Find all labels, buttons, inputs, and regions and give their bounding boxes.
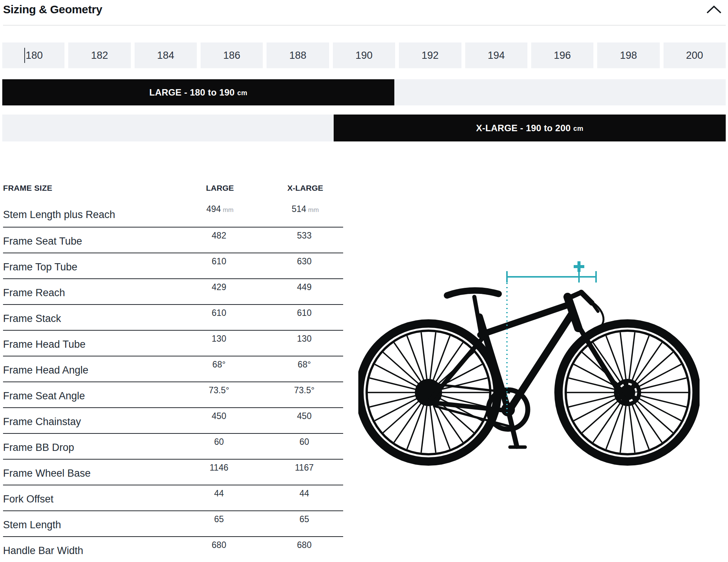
- row-value-xlarge: 60: [267, 434, 343, 459]
- row-value-large: 494mm: [173, 201, 267, 227]
- row-value-xlarge: 630: [267, 253, 343, 278]
- row-value-large: 1146: [173, 460, 267, 485]
- row-value-large: 68°: [173, 356, 267, 381]
- row-value-xlarge: 449: [267, 279, 343, 304]
- collapse-section-button[interactable]: [705, 4, 723, 16]
- row-label: Frame Stack: [3, 305, 173, 330]
- ruler-cell-196[interactable]: 196: [531, 42, 593, 68]
- row-label: Handle Bar Width: [3, 537, 173, 562]
- table-row: Frame Wheel Base 1146 1167: [3, 459, 343, 485]
- column-header-xlarge: X-LARGE: [267, 181, 343, 201]
- row-label: Frame Head Tube: [3, 331, 173, 356]
- row-value-xlarge: 533: [267, 228, 343, 253]
- ruler-cell-200[interactable]: 200: [664, 42, 726, 68]
- table-row: Frame Stack 610 610: [3, 304, 343, 330]
- ruler-cell-184[interactable]: 184: [135, 42, 197, 68]
- row-value-xlarge: 44: [267, 485, 343, 510]
- row-value-xlarge: 130: [267, 331, 343, 356]
- table-row: Handle Bar Width 680 680: [3, 536, 343, 562]
- row-value-large: 429: [173, 279, 267, 304]
- sizing-geometry-section: Sizing & Geometry 1801821841861881901921…: [0, 0, 728, 562]
- ruler-cell-192[interactable]: 192: [399, 42, 461, 68]
- ruler-cell-188[interactable]: 188: [267, 42, 329, 68]
- size-bar-large-label: LARGE - 180 to 190: [149, 87, 235, 98]
- row-value-large: 130: [173, 331, 267, 356]
- table-row: Frame Chainstay 450 450: [3, 407, 343, 433]
- row-value-xlarge: 514mm: [267, 201, 343, 227]
- height-ruler: 180182184186188190192194196198200: [2, 42, 726, 68]
- table-row: Stem Length plus Reach 494mm 514mm: [3, 201, 343, 227]
- row-value-xlarge: 610: [267, 305, 343, 330]
- size-bar-large-unit: cm: [237, 88, 247, 97]
- row-label: Frame Seat Tube: [3, 228, 173, 253]
- row-value-xlarge: 73.5°: [267, 382, 343, 407]
- table-row: Fork Offset 44 44: [3, 485, 343, 510]
- row-label: Frame Reach: [3, 279, 173, 304]
- table-row: Frame Seat Tube 482 533: [3, 227, 343, 253]
- geometry-table-header: FRAME SIZE LARGE X-LARGE: [3, 181, 343, 201]
- chevron-up-icon: [705, 4, 723, 16]
- ruler-cell-190[interactable]: 190: [333, 42, 395, 68]
- table-row: Frame Top Tube 610 630: [3, 253, 343, 278]
- row-value-xlarge: 450: [267, 408, 343, 433]
- page-title: Sizing & Geometry: [3, 3, 102, 16]
- size-bar-track-xlarge: X-LARGE - 190 to 200 cm: [2, 115, 726, 141]
- row-value-xlarge: 1167: [267, 460, 343, 485]
- table-row: Stem Length 65 65: [3, 510, 343, 536]
- table-row: Frame Head Angle 68° 68°: [3, 356, 343, 381]
- row-value-xlarge: 65: [267, 511, 343, 536]
- row-label: Frame Wheel Base: [3, 460, 173, 485]
- ruler-cell-180[interactable]: 180: [2, 42, 64, 68]
- ruler-cell-182[interactable]: 182: [68, 42, 130, 68]
- size-bar-track-large: LARGE - 180 to 190 cm: [2, 79, 726, 105]
- size-bar-xlarge[interactable]: X-LARGE - 190 to 200 cm: [334, 115, 726, 141]
- ruler-cell-194[interactable]: 194: [465, 42, 527, 68]
- ruler-cell-198[interactable]: 198: [597, 42, 659, 68]
- table-row: Frame BB Drop 60 60: [3, 433, 343, 459]
- row-label: Frame Head Angle: [3, 356, 173, 381]
- row-value-large: 60: [173, 434, 267, 459]
- row-label: Frame Seat Angle: [3, 382, 173, 407]
- text-caret: [24, 48, 25, 63]
- row-value-large: 610: [173, 253, 267, 278]
- table-row: Frame Head Tube 130 130: [3, 330, 343, 356]
- row-value-large: 610: [173, 305, 267, 330]
- column-header-large: LARGE: [173, 181, 267, 201]
- geometry-table-body: Stem Length plus Reach 494mm 514mm Frame…: [3, 201, 343, 562]
- bike-illustration: [358, 214, 700, 480]
- row-value-large: 482: [173, 228, 267, 253]
- table-row: Frame Seat Angle 73.5° 73.5°: [3, 381, 343, 407]
- row-value-large: 450: [173, 408, 267, 433]
- bike-diagram: [358, 214, 700, 480]
- row-label: Stem Length plus Reach: [3, 201, 173, 227]
- row-value-large: 65: [173, 511, 267, 536]
- row-label: Stem Length: [3, 511, 173, 536]
- row-label: Frame Chainstay: [3, 408, 173, 433]
- ruler-cell-186[interactable]: 186: [201, 42, 263, 68]
- table-row: Frame Reach 429 449: [3, 278, 343, 304]
- row-value-xlarge: 680: [267, 537, 343, 562]
- column-header-frame-size: FRAME SIZE: [3, 181, 173, 201]
- row-label: Fork Offset: [3, 485, 173, 510]
- divider: [3, 25, 726, 25]
- row-label: Frame BB Drop: [3, 434, 173, 459]
- front-wheel: [559, 323, 697, 462]
- size-bar-xlarge-unit: cm: [573, 124, 583, 133]
- row-label: Frame Top Tube: [3, 253, 173, 278]
- row-value-large: 73.5°: [173, 382, 267, 407]
- row-value-large: 680: [173, 537, 267, 562]
- row-value-xlarge: 68°: [267, 356, 343, 381]
- size-bar-xlarge-label: X-LARGE - 190 to 200: [476, 123, 571, 133]
- size-bar-large[interactable]: LARGE - 180 to 190 cm: [2, 79, 394, 105]
- row-value-large: 44: [173, 485, 267, 510]
- plus-icon: [574, 261, 584, 272]
- geometry-table: FRAME SIZE LARGE X-LARGE Stem Length plu…: [3, 181, 343, 562]
